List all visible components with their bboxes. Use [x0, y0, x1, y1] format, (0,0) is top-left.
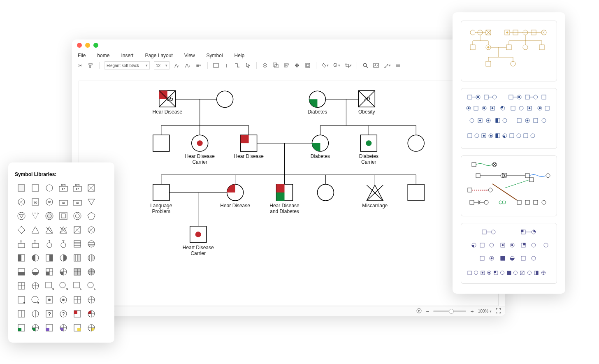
node-hear-disease-65[interactable]: 65 Hear Disease — [153, 90, 183, 115]
symbol-square-x[interactable] — [71, 223, 84, 236]
symbol-sq-dot[interactable] — [15, 293, 28, 306]
search-icon[interactable] — [362, 62, 369, 69]
symbol-circle-x[interactable] — [15, 195, 28, 209]
node-hear-disease-and-diabetes[interactable]: Hear Disease and Diabetes — [269, 184, 300, 214]
node-language-problem[interactable]: Language Problem — [150, 184, 172, 214]
symbol-hatch-c[interactable] — [85, 237, 98, 250]
symbol-date-47b[interactable]: 197247 — [71, 181, 84, 195]
symbol-question-c[interactable]: ? — [57, 307, 70, 320]
zoom-value[interactable]: 100% ▾ — [478, 309, 492, 313]
fullscreen-icon[interactable] — [496, 308, 501, 314]
symbol-cross-c[interactable] — [29, 279, 42, 292]
symbol-tri-in-circle[interactable] — [15, 209, 28, 223]
symbol-grid-sq[interactable] — [71, 265, 84, 278]
symbol-half-sq-l[interactable] — [15, 251, 28, 264]
symbol-triangle-x[interactable] — [57, 223, 70, 236]
template-3[interactable] — [461, 155, 557, 216]
menu-file[interactable]: File — [78, 53, 86, 58]
symbol-c-arrow-a[interactable] — [43, 237, 56, 250]
node-heart-disease-carrier[interactable]: Heart Disease Carrier — [183, 226, 214, 256]
font-select[interactable]: Elegant soft black▾ — [104, 61, 150, 70]
symbol-triangle-down[interactable] — [85, 195, 98, 209]
flip-icon[interactable] — [294, 62, 300, 69]
symbol-male[interactable] — [15, 181, 28, 195]
node-male-2a[interactable] — [153, 135, 169, 151]
symbol-yellow-br-sq[interactable] — [71, 321, 84, 334]
symbol-date-68a[interactable]: 68 — [57, 195, 70, 209]
connector-tool-icon[interactable] — [234, 62, 241, 69]
font-decrease-icon[interactable]: A↓ — [184, 62, 191, 69]
symbol-double-circle[interactable] — [43, 209, 56, 223]
align-objects-icon[interactable] — [283, 62, 290, 69]
maximize-button[interactable] — [93, 43, 98, 48]
cut-icon[interactable]: ✂ — [77, 62, 84, 69]
symbol-age-70-sq[interactable]: 70 — [29, 195, 42, 209]
symbol-green-bl-c[interactable] — [29, 321, 42, 334]
menu-view[interactable]: View — [184, 53, 195, 58]
node-diabetes-carrier[interactable]: Diabetes Carrier — [359, 135, 378, 165]
format-painter-icon[interactable] — [88, 62, 94, 69]
symbol-hatch-sq-2[interactable] — [71, 251, 84, 264]
symbol-sq-arrow-a[interactable] — [15, 237, 28, 250]
rectangle-tool-icon[interactable] — [213, 62, 219, 69]
symbol-cross-sq[interactable] — [15, 279, 28, 292]
symbol-female[interactable] — [43, 181, 56, 195]
play-icon[interactable] — [416, 308, 422, 314]
node-female-3[interactable] — [317, 184, 334, 201]
group-icon[interactable] — [272, 62, 279, 69]
symbol-hatch-c-2[interactable] — [85, 251, 98, 264]
symbol-pentagon[interactable] — [85, 209, 98, 223]
symbol-circle-x-2[interactable] — [85, 223, 98, 236]
symbol-double-square[interactable] — [57, 209, 70, 223]
symbol-grid-c[interactable] — [85, 265, 98, 278]
node-hear-disease-2[interactable]: Hear Disease — [234, 135, 264, 159]
menu-symbol[interactable]: Symbol — [207, 53, 223, 58]
symbol-carrier-c[interactable] — [57, 293, 70, 306]
node-diabetes-2[interactable]: Diabetes — [311, 135, 330, 159]
symbol-red-tl-sq[interactable] — [71, 307, 84, 320]
symbol-pie-4[interactable] — [85, 293, 98, 306]
fill-color-icon[interactable]: ▾ — [321, 62, 329, 69]
symbol-purple-bl-c[interactable] — [57, 321, 70, 334]
symbol-window[interactable] — [71, 293, 84, 306]
symbol-vsplit-sq[interactable] — [15, 307, 28, 320]
node-female-1[interactable] — [217, 91, 233, 107]
symbol-red-tl-c[interactable] — [85, 307, 98, 320]
symbol-date-68b[interactable]: 68 — [71, 195, 84, 209]
more-icon[interactable] — [395, 62, 402, 69]
node-female-2b[interactable] — [408, 135, 424, 151]
symbol-yellow-br-c[interactable] — [85, 321, 98, 334]
symbol-hatch-sq[interactable] — [71, 237, 84, 250]
symbol-half-c-b[interactable] — [29, 265, 42, 278]
node-male-3b[interactable] — [408, 184, 424, 201]
node-hear-disease-3[interactable]: Hear Disease — [220, 184, 250, 209]
symbol-c-arrow-b[interactable] — [57, 237, 70, 250]
close-button[interactable] — [77, 43, 82, 48]
symbol-quad-sq-bl[interactable] — [43, 265, 56, 278]
template-4[interactable] — [461, 223, 557, 284]
symbol-c-s[interactable]: s — [57, 279, 70, 292]
template-1[interactable] — [461, 21, 557, 81]
canvas[interactable]: 65 Hear Disease Diabetes 79 Obesity — [79, 81, 499, 306]
symbol-half-sq-b[interactable] — [15, 265, 28, 278]
symbol-question-sq[interactable]: ? — [43, 307, 56, 320]
symbol-c-l[interactable]: L — [85, 279, 98, 292]
symbol-green-bl-sq[interactable] — [15, 321, 28, 334]
node-hear-disease-carrier-1[interactable]: Hear Disease Carrier — [185, 135, 215, 165]
zoom-slider[interactable] — [433, 311, 466, 312]
shadow-icon[interactable]: ▾ — [333, 62, 340, 69]
layers-icon[interactable] — [262, 62, 268, 69]
frame-icon[interactable] — [304, 62, 311, 69]
node-diabetes-1[interactable]: Diabetes — [308, 91, 327, 115]
symbol-purple-bl-sq[interactable] — [43, 321, 56, 334]
template-2[interactable] — [461, 88, 557, 149]
symbol-sq-l[interactable]: L — [71, 279, 84, 292]
symbol-triangle-slash[interactable] — [43, 223, 56, 236]
symbol-c-dot[interactable] — [29, 293, 42, 306]
pen-color-icon[interactable]: ▾ — [383, 62, 391, 69]
menu-home[interactable]: home — [97, 53, 109, 58]
symbol-half-c-l[interactable] — [29, 251, 42, 264]
image-icon[interactable] — [373, 62, 379, 69]
symbol-half-sq-r[interactable] — [43, 251, 56, 264]
menu-insert[interactable]: Insert — [121, 53, 133, 58]
